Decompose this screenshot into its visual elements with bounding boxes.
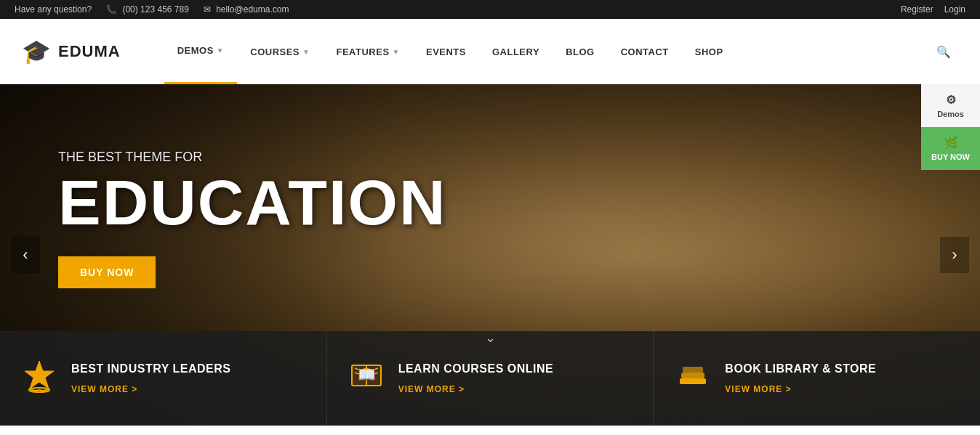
svg-text:📖: 📖 (357, 366, 375, 383)
header: 🎓 EDUMA DEMOS ▼ COURSES ▼ FEATURES ▼ EVE… (0, 19, 980, 84)
feature-content-1: BEST INDUSTRY LEADERS VIEW MORE (71, 362, 230, 394)
buy-now-button[interactable]: BUY NOW (58, 256, 156, 288)
feature-content-2: LEARN COURSES ONLINE VIEW MORE (398, 362, 554, 394)
features-arrow-icon: ▼ (393, 48, 400, 56)
demos-arrow-icon: ▼ (217, 46, 224, 54)
nav-item-demos[interactable]: DEMOS ▼ (164, 19, 238, 84)
buy-now-side-button[interactable]: 🌿 Buy Now (921, 127, 980, 170)
svg-rect-8 (683, 367, 703, 373)
hero-title: EDUCATION (58, 171, 447, 235)
hero-content: THE BEST THEME FOR EDUCATION BUY NOW (58, 150, 447, 288)
login-link[interactable]: Login (944, 4, 965, 15)
buy-side-label: Buy Now (931, 153, 970, 161)
logo-icon: 🎓 (22, 38, 51, 65)
nav-item-shop[interactable]: SHOP (682, 19, 736, 84)
feature-icon-2: 📖 (349, 358, 384, 399)
leaf-icon: 🌿 (944, 136, 958, 150)
scroll-down-icon[interactable]: ⌄ (485, 330, 496, 346)
courses-arrow-icon: ▼ (302, 48, 310, 56)
logo[interactable]: 🎓 EDUMA (22, 38, 121, 65)
feature-title-2: LEARN COURSES ONLINE (398, 362, 554, 375)
phone-number: (00) 123 456 789 (122, 4, 188, 15)
nav-item-courses[interactable]: COURSES ▼ (237, 19, 323, 84)
svg-rect-7 (681, 373, 704, 378)
feature-content-3: BOOK LIBRARY & STORE VIEW MORE (725, 362, 876, 394)
feature-title-3: BOOK LIBRARY & STORE (725, 362, 876, 375)
email-info: ✉ hello@eduma.com (204, 4, 289, 15)
demos-side-button[interactable]: ⚙ Demos (921, 84, 980, 127)
logo-text: EDUMA (58, 42, 121, 61)
nav-item-gallery[interactable]: GALLERY (479, 19, 553, 84)
feature-icon-3 (675, 358, 710, 399)
phone-info: 📞 (00) 123 456 789 (106, 4, 189, 15)
feature-link-1[interactable]: VIEW MORE (71, 384, 137, 394)
main-nav: DEMOS ▼ COURSES ▼ FEATURES ▼ EVENTS GALL… (164, 19, 958, 84)
feature-icon-1 (22, 358, 57, 399)
side-panel: ⚙ Demos 🌿 Buy Now (921, 84, 980, 170)
nav-item-features[interactable]: FEATURES ▼ (323, 19, 413, 84)
search-icon[interactable]: 🔍 (929, 38, 958, 66)
feature-panel-1: BEST INDUSTRY LEADERS VIEW MORE (0, 331, 327, 426)
email-icon: ✉ (204, 4, 211, 15)
feature-title-1: BEST INDUSTRY LEADERS (71, 362, 230, 375)
top-bar: Have any question? 📞 (00) 123 456 789 ✉ … (0, 0, 980, 19)
feature-panel-3: BOOK LIBRARY & STORE VIEW MORE (654, 331, 980, 426)
register-link[interactable]: Register (901, 4, 933, 15)
svg-marker-0 (25, 361, 54, 389)
feature-link-2[interactable]: VIEW MORE (398, 384, 465, 394)
nav-item-contact[interactable]: CONTACT (608, 19, 682, 84)
gear-icon: ⚙ (946, 93, 956, 107)
question-text: Have any question? (15, 4, 92, 15)
top-bar-contact-info: Have any question? 📞 (00) 123 456 789 ✉ … (15, 4, 289, 15)
hero-section: THE BEST THEME FOR EDUCATION BUY NOW ‹ ›… (0, 84, 980, 426)
nav-item-blog[interactable]: BLOG (553, 19, 608, 84)
phone-icon: 📞 (106, 4, 117, 15)
slider-next-button[interactable]: › (940, 237, 969, 273)
demos-side-label: Demos (937, 110, 964, 118)
svg-rect-6 (680, 378, 706, 384)
email-address: hello@eduma.com (216, 4, 289, 15)
hero-subtitle: THE BEST THEME FOR (58, 150, 447, 165)
nav-item-events[interactable]: EVENTS (413, 19, 479, 84)
top-bar-auth: Register Login (901, 4, 965, 15)
feature-link-3[interactable]: VIEW MORE (725, 384, 791, 394)
slider-prev-button[interactable]: ‹ (11, 237, 40, 273)
